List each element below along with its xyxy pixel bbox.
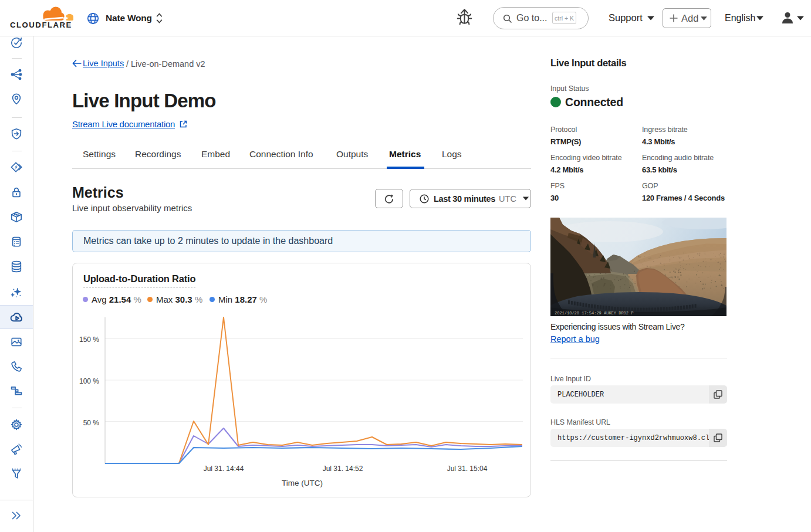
svg-text:150 %: 150 % — [79, 336, 99, 344]
svg-text:100 %: 100 % — [79, 377, 99, 385]
svg-text:50 %: 50 % — [83, 419, 100, 427]
svg-text:Jul 31, 14:44: Jul 31, 14:44 — [204, 465, 244, 471]
svg-text:Jul 31, 15:04: Jul 31, 15:04 — [447, 465, 488, 471]
svg-text:2021/10/20 17:54:29 AUKEY DR02: 2021/10/20 17:54:29 AUKEY DR02 P — [555, 311, 633, 316]
svg-text:CLOUDFLARE: CLOUDFLARE — [10, 21, 72, 29]
svg-text:Jul 31, 14:52: Jul 31, 14:52 — [323, 465, 363, 471]
